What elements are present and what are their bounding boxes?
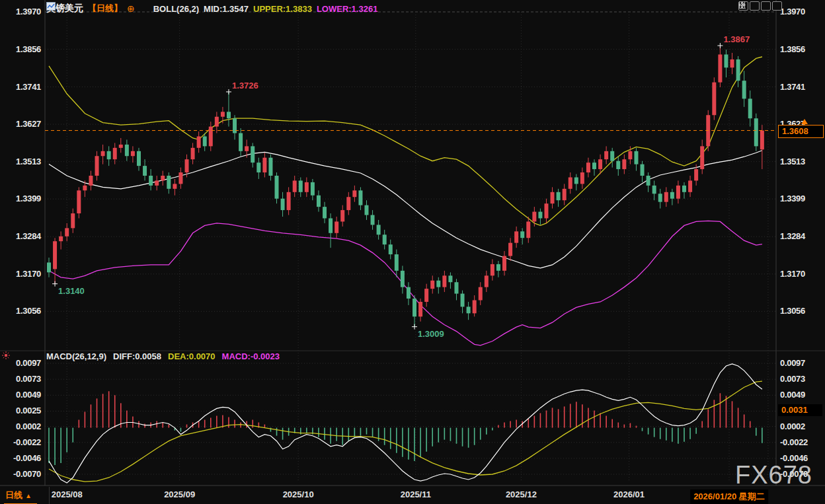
macd-tick-label-left: -0.0046	[0, 453, 41, 463]
extreme-price-label: 1.3140	[58, 286, 85, 296]
price-alert-marker-icon[interactable]	[801, 119, 808, 124]
price-tick-label-left: 1.3513	[0, 157, 41, 166]
price-chart-canvas[interactable]: 1.37261.38671.31401.3009	[0, 0, 825, 504]
macd-tick-label-left: 0.0002	[0, 421, 41, 431]
macd-tick-label-left: -0.0022	[0, 437, 41, 447]
macd-lines	[49, 364, 762, 483]
x-axis-date-label: 2025/10	[283, 489, 314, 499]
period-tab-label: 日线	[5, 489, 22, 501]
macd-dea-value: DEA:0.0070	[168, 351, 216, 361]
period-tab-daily[interactable]: 日线 ▲	[4, 489, 37, 504]
boll-lower-line	[49, 221, 762, 345]
price-tick-label-right: 1.3056	[780, 306, 805, 316]
macd-value: MACD:-0.0023	[222, 351, 280, 361]
extreme-price-label: 1.3009	[418, 329, 444, 339]
price-tick-label-right: 1.3741	[780, 82, 805, 92]
pane-exit-button[interactable]	[772, 1, 782, 11]
price-tick-label-right: 1.3856	[780, 44, 805, 54]
price-tick-label-right: 1.3284	[780, 231, 805, 241]
boll-upper-value: UPPER:1.3833	[253, 4, 312, 14]
macd-tick-label-right: -0.0022	[780, 437, 808, 447]
boll-upper-line	[49, 57, 762, 225]
current-macd-box: 0.0031	[778, 404, 822, 416]
macd-tick-label-right: 0.0049	[780, 390, 805, 400]
live-indicator-icon	[1, 351, 11, 360]
trading-chart-window: 1.37261.38671.31401.3009 英镑美元 【日线】 ⊕ BOL…	[0, 0, 825, 504]
dea-line	[49, 381, 762, 482]
price-tick-label-left: 1.3399	[0, 194, 41, 203]
pane-exit-icon	[738, 1, 746, 9]
price-tick-label-left: 1.3970	[0, 7, 41, 17]
price-tick-label-left: 1.3170	[0, 269, 41, 279]
watermark: FX678	[735, 461, 812, 489]
candlestick-series	[47, 46, 764, 327]
macd-header: MACD(26,12,9) DIFF:0.0058 DEA:0.0070 MAC…	[46, 351, 280, 362]
price-tick-label-right: 1.3170	[780, 269, 805, 279]
macd-tick-label-left: -0.0070	[0, 469, 41, 479]
x-axis-date-label: 2025/12	[506, 489, 537, 499]
macd-histogram	[49, 391, 762, 465]
macd-diff-value: DIFF:0.0058	[113, 351, 161, 361]
boll-mid-value: MID:1.3547	[204, 4, 249, 14]
x-axis-date-label: 2025/11	[401, 489, 431, 499]
macd-tick-label-right: 0.0002	[780, 421, 805, 431]
extreme-price-label: 1.3726	[232, 81, 258, 90]
chevron-up-icon: ▲	[25, 492, 32, 499]
pane-borders	[0, 0, 825, 486]
macd-params-label: MACD(26,12,9)	[46, 351, 106, 361]
macd-tick-label-right: 0.0097	[780, 358, 805, 368]
price-tick-label-right: 1.3513	[780, 157, 805, 166]
boll-lower-value: LOWER:1.3261	[317, 4, 377, 14]
price-tick-label-right: 1.3970	[780, 7, 805, 17]
chart-header: 英镑美元 【日线】 ⊕ BOLL(26,2) MID:1.3547 UPPER:…	[46, 2, 377, 15]
price-tick-label-left: 1.3284	[0, 231, 41, 241]
macd-tick-label-left: 0.0073	[0, 374, 41, 384]
x-axis-date-label: 2025/08	[52, 489, 83, 499]
gridlines	[45, 12, 776, 482]
chart-toolbar	[738, 1, 782, 11]
period-tag[interactable]: 【日线】	[88, 3, 122, 15]
pane-restore-right-button[interactable]	[761, 1, 771, 11]
axis-separator	[49, 487, 50, 504]
diff-line	[49, 364, 762, 483]
macd-tick-label-left: 0.0049	[0, 390, 41, 400]
price-tick-label-left: 1.3056	[0, 306, 41, 316]
price-tick-label-left: 1.3741	[0, 82, 41, 92]
price-tick-label-left: 1.3856	[0, 44, 41, 54]
circle-plus-icon[interactable]: ⊕	[127, 5, 135, 13]
current-price-box: 1.3608	[778, 125, 824, 138]
boll-indicator-icon	[139, 5, 149, 13]
extreme-price-label: 1.3867	[723, 34, 750, 44]
boll-mid-line	[49, 151, 762, 268]
x-axis-date-label: 2026/01	[613, 489, 645, 499]
macd-tick-label-left: 0.0025	[0, 406, 41, 415]
selected-date-label: 2026/01/20 星期二	[690, 489, 768, 504]
boll-params-label: BOLL(26,2)	[153, 4, 199, 14]
x-axis-date-label: 2025/09	[164, 489, 195, 499]
price-tick-label-left: 1.3627	[0, 119, 41, 129]
macd-tick-label-right: 0.0073	[780, 374, 805, 384]
price-tick-label-right: 1.3399	[780, 194, 805, 203]
bollinger-bands	[49, 57, 762, 345]
pane-restore-left-button[interactable]	[750, 1, 760, 11]
